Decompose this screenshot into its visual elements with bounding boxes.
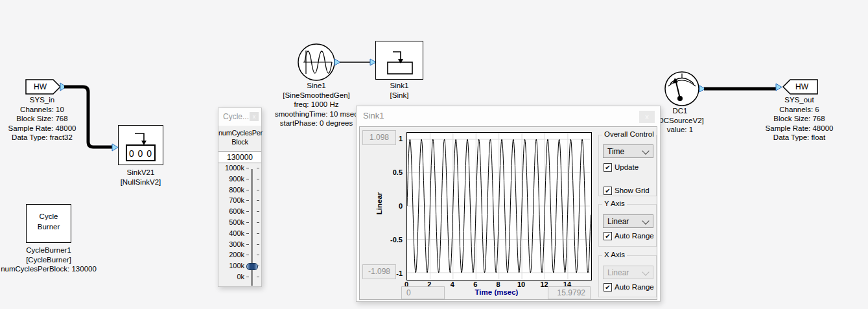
sink1-labels: Sink1 [Sink]: [390, 81, 409, 100]
sys-out-input-port-icon: [776, 84, 782, 91]
group-title: Overall Control: [602, 130, 656, 138]
window-title: Cycle...: [223, 112, 249, 121]
counter-sink-icon: 0 0 0: [119, 126, 162, 164]
block-type: [DCSourceV2]: [656, 116, 704, 126]
overall-control-select[interactable]: Time: [603, 144, 653, 158]
block-name: Sine1: [275, 81, 358, 91]
sys-in-labels: SYS_in Channels: 10Block Size: 768Sample…: [8, 95, 76, 143]
x-start-field[interactable]: 0: [401, 286, 445, 299]
block-param: numCyclesPerBlock: 130000: [1, 264, 97, 274]
sys-in-hw-label: HW: [34, 82, 47, 91]
chevron-down-icon: [642, 268, 649, 275]
y-axis-scale-select[interactable]: Linear: [603, 214, 653, 228]
x-axis-label: Time (msec): [451, 288, 543, 296]
block-type: [NullSinkV2]: [121, 177, 161, 187]
scope-plot-area: [406, 132, 592, 280]
block-sinkv21[interactable]: 0 0 0: [118, 125, 163, 165]
block-name: SYS_in: [8, 95, 76, 105]
sinkv21-labels: SinkV21 [NullSinkV2]: [121, 168, 161, 187]
waveform-plot: [407, 133, 591, 279]
selected-value: Linear: [607, 217, 629, 226]
audio-weaver-canvas: HW HW 0 0 0: [0, 0, 868, 309]
num-cycles-value-field[interactable]: 130000: [218, 151, 261, 163]
param-name-label: numCyclesPerBlock: [218, 128, 261, 146]
checkbox-checked-icon: ✔: [604, 163, 612, 172]
slider-window-titlebar[interactable]: Cycle... x: [218, 108, 261, 126]
block-type: [SineSmoothedGen]: [275, 91, 358, 100]
block-sink1[interactable]: [375, 41, 423, 80]
checkbox-checked-icon: ✔: [604, 283, 612, 292]
block-cycle-burner[interactable]: CycleBurner: [26, 204, 71, 243]
close-icon[interactable]: x: [250, 112, 259, 121]
checkbox-label: Update: [615, 163, 639, 171]
counter-digits: 0 0 0: [129, 148, 152, 159]
checkbox-checked-icon: ✔: [604, 232, 612, 240]
checkbox-label: Show Grid: [615, 187, 650, 194]
y-auto-range-checkbox[interactable]: ✔ Auto Range: [604, 231, 654, 240]
block-name: SinkV21: [121, 168, 161, 177]
sys-out-hw-label: HW: [795, 82, 809, 91]
window-title: Sink1: [363, 111, 384, 120]
block-name: SYS_out: [766, 95, 834, 105]
x-auto-range-checkbox[interactable]: ✔ Auto Range: [604, 282, 654, 292]
slider-thumb[interactable]: [246, 263, 258, 270]
cycle-burner-body-text: CycleBurner: [27, 205, 71, 232]
show-grid-checkbox[interactable]: ✔ Show Grid: [604, 186, 650, 195]
update-checkbox[interactable]: ✔ Update: [604, 163, 639, 172]
chevron-down-icon: [642, 217, 649, 224]
y-axis-label: Linear: [375, 192, 383, 215]
block-type: [Sink]: [390, 91, 409, 100]
chevron-down-icon: [642, 147, 649, 154]
close-icon[interactable]: x: [639, 111, 655, 123]
cycle-burner-inspector-window: Cycle... x numCyclesPerBlock 130000 1000…: [218, 108, 262, 287]
block-param: value: 1: [656, 125, 704, 135]
overall-control-group: Overall Control Time ✔ Update ✔ Show Gri…: [598, 135, 657, 196]
scope-window-titlebar[interactable]: Sink1 x: [357, 106, 660, 126]
sink1-scope-window: Sink1 x 1.098 -1.098 Linear 10.50-0.5-1 …: [356, 106, 661, 302]
sys-out-labels: SYS_out Channels: 6Block Size: 768Sample…: [766, 95, 834, 143]
checkbox-checked-icon: ✔: [604, 187, 612, 195]
block-name: DC1: [656, 106, 704, 116]
checkbox-label: Auto Range: [615, 232, 654, 240]
cycle-burner-labels: CycleBurner1 [CycleBurner] numCyclesPerB…: [1, 246, 97, 274]
block-type: [CycleBurner]: [1, 255, 97, 265]
sink-icon: [376, 41, 422, 78]
group-title: X Axis: [602, 251, 627, 258]
sine1-labels: Sine1 [SineSmoothedGen] freq: 1000 Hzsmo…: [275, 81, 358, 128]
block-name: CycleBurner1: [1, 246, 97, 255]
selected-value: Linear: [607, 268, 629, 277]
sine1-output-port-icon: [334, 59, 340, 65]
block-name: Sink1: [390, 81, 409, 91]
x-axis-scale-select-disabled: Linear: [603, 266, 653, 279]
x-end-field[interactable]: 15.9792: [548, 286, 591, 299]
meter-pivot-icon: [677, 96, 683, 101]
x-axis-group: X Axis Linear ✔ Auto Range: [598, 255, 657, 297]
y-axis-group: Y Axis Linear ✔ Auto Range: [598, 204, 657, 247]
selected-value: Time: [607, 147, 624, 156]
scope-panel: 1.098 -1.098 Linear 10.50-0.5-1 02468101…: [359, 126, 657, 300]
checkbox-label: Auto Range: [615, 283, 654, 291]
group-title: Y Axis: [602, 200, 627, 207]
dc1-labels: DC1 [DCSourceV2] value: 1: [656, 106, 704, 135]
sinkv21-input-port-icon: [112, 144, 118, 151]
